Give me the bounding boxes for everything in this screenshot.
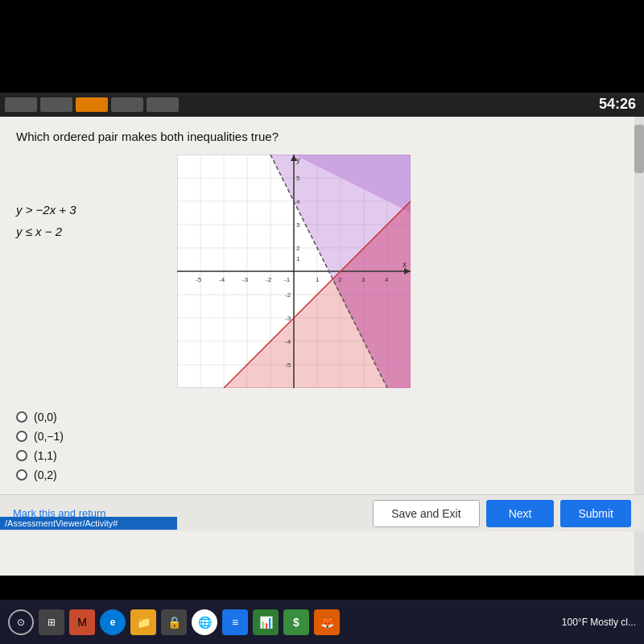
svg-text:3: 3 (296, 221, 300, 229)
answer-option-1[interactable]: (0,0) (16, 411, 628, 423)
svg-text:-4: -4 (219, 276, 225, 283)
svg-text:-3: -3 (242, 276, 249, 283)
taskbar-dollar-icon[interactable]: $ (283, 609, 309, 635)
answer-option-3[interactable]: (1,1) (16, 449, 628, 462)
svg-text:1: 1 (316, 276, 320, 283)
svg-text:1: 1 (296, 255, 300, 262)
url-bar: /AssessmentViewer/Activity# (0, 517, 177, 530)
answer-label-3: (1,1) (34, 449, 57, 462)
answer-option-2[interactable]: (0,−1) (16, 430, 628, 443)
tab-btn-2[interactable] (40, 97, 72, 112)
svg-text:-2: -2 (266, 276, 272, 283)
svg-text:4: 4 (296, 198, 300, 205)
tab-btn-orange[interactable] (76, 97, 108, 112)
svg-text:3: 3 (361, 276, 365, 283)
main-content: Which ordered pair makes both inequaliti… (0, 117, 644, 576)
taskbar-chrome-icon[interactable]: 🌐 (192, 609, 217, 635)
answer-label-1: (0,0) (34, 411, 57, 423)
answers-panel: (0,0) (0,−1) (1,1) (0,2) (0, 396, 644, 481)
taskbar-green-icon[interactable]: 📊 (253, 609, 279, 635)
question-text: Which ordered pair makes both inequaliti… (16, 130, 628, 143)
svg-text:-4: -4 (285, 338, 291, 345)
taskbar-grid-icon[interactable]: ⊞ (39, 609, 64, 635)
top-bar (0, 93, 644, 117)
tab-btn-5[interactable] (147, 97, 179, 112)
radio-3[interactable] (16, 450, 27, 461)
taskbar-list-icon[interactable]: ≡ (222, 609, 248, 635)
taskbar-fox-icon[interactable]: 🦊 (314, 609, 340, 635)
radio-2[interactable] (16, 431, 27, 442)
tab-btn-1[interactable] (5, 97, 37, 112)
next-button[interactable]: Next (486, 500, 555, 527)
question-area: Which ordered pair makes both inequaliti… (0, 117, 644, 396)
svg-text:-5: -5 (285, 361, 291, 369)
start-button[interactable]: ⊙ (8, 609, 34, 635)
svg-text:-3: -3 (285, 315, 291, 322)
tab-btn-4[interactable] (111, 97, 143, 112)
taskbar-edge-icon[interactable]: e (100, 609, 126, 635)
svg-text:-1: -1 (284, 276, 291, 283)
submit-button[interactable]: Submit (560, 500, 631, 527)
svg-text:x: x (402, 260, 407, 269)
svg-text:4: 4 (385, 276, 389, 283)
svg-text:2: 2 (338, 276, 342, 283)
taskbar: ⊙ ⊞ M e 📁 🔒 🌐 ≡ 📊 $ 🦊 100°F Mostly cl... (0, 600, 644, 644)
radio-4[interactable] (16, 469, 27, 481)
svg-text:y: y (296, 155, 300, 164)
answer-option-4[interactable]: (0,2) (16, 469, 628, 481)
svg-text:5: 5 (296, 175, 300, 182)
taskbar-lock-icon[interactable]: 🔒 (161, 609, 187, 635)
equation-1: y > −2x + 3 (16, 203, 145, 217)
graph-svg: x y -5 -4 -3 -2 -1 1 2 3 4 5 4 3 2 (177, 155, 411, 388)
svg-text:2: 2 (296, 245, 300, 252)
content-row: y > −2x + 3 y ≤ x − 2 (16, 155, 628, 388)
weather-display: 100°F Mostly cl... (562, 617, 636, 628)
graph-container: x y -5 -4 -3 -2 -1 1 2 3 4 5 4 3 2 (177, 155, 411, 388)
taskbar-folder-icon[interactable]: 📁 (130, 609, 156, 635)
answer-label-4: (0,2) (34, 469, 57, 481)
top-black-area: 54:26 (0, 0, 644, 117)
answer-label-2: (0,−1) (34, 430, 64, 443)
taskbar-mail-icon[interactable]: M (69, 609, 95, 635)
svg-text:-5: -5 (196, 276, 202, 283)
equations-panel: y > −2x + 3 y ≤ x − 2 (16, 155, 145, 246)
svg-text:-2: -2 (285, 291, 291, 299)
radio-1[interactable] (16, 411, 27, 423)
equation-2: y ≤ x − 2 (16, 225, 145, 238)
action-buttons: Save and Exit Next Submit (373, 500, 631, 527)
timer-display: 54:26 (599, 96, 636, 113)
save-exit-button[interactable]: Save and Exit (373, 500, 479, 527)
